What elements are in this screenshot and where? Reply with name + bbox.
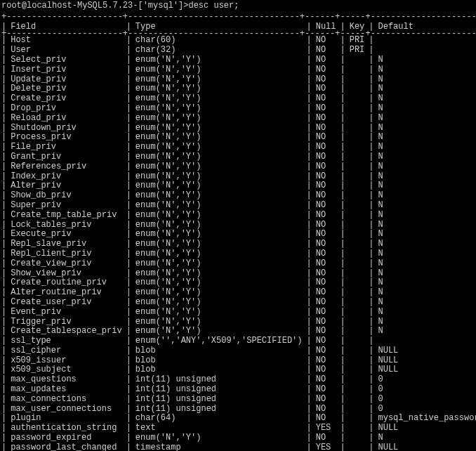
- table-row: |Show_view_priv|enum('N','Y')|NO||N||: [1, 269, 476, 279]
- cell-default: N: [374, 433, 476, 443]
- cell-default: N: [374, 318, 476, 327]
- cell-key: [345, 133, 369, 143]
- cell-key: [345, 249, 369, 259]
- cell-null: NO: [312, 249, 341, 259]
- cell-null: NO: [312, 318, 341, 327]
- cell-field: x509_issuer: [6, 356, 126, 366]
- cell-key: [345, 414, 369, 424]
- cell-type: int(11) unsigned: [131, 405, 307, 414]
- cell-null: NO: [312, 308, 341, 318]
- cell-null: NO: [312, 172, 341, 182]
- cell-type: blob: [131, 365, 307, 375]
- cell-type: enum('N','Y'): [131, 152, 307, 162]
- cell-key: [345, 327, 369, 336]
- cell-key: [345, 259, 369, 269]
- cell-field: x509_subject: [6, 365, 126, 375]
- desc-table: | Field | Type | Null | Key | Default | …: [1, 22, 476, 451]
- cell-type: enum('N','Y'): [131, 124, 307, 133]
- cell-key: [345, 211, 369, 221]
- cell-key: [345, 201, 369, 211]
- cell-null: NO: [312, 259, 341, 269]
- cell-default: NULL: [374, 365, 476, 375]
- cell-field: ssl_type: [6, 336, 126, 346]
- cell-type: enum('N','Y'): [131, 104, 307, 114]
- cell-default: N: [374, 162, 476, 172]
- table-row: |x509_issuer|blob|NO||NULL||: [1, 356, 476, 366]
- cell-key: [345, 288, 369, 298]
- cell-null: NO: [312, 375, 341, 385]
- cell-field: Update_priv: [6, 75, 126, 85]
- command-prompt[interactable]: root@localhost-MySQL5.7.23-['mysql']>des…: [1, 1, 475, 11]
- cell-field: File_priv: [6, 143, 126, 152]
- cell-type: enum('N','Y'): [131, 133, 307, 143]
- cell-field: plugin: [6, 414, 126, 424]
- cell-null: NO: [312, 46, 341, 55]
- cell-type: enum('N','Y'): [131, 230, 307, 240]
- cell-field: password_expired: [6, 433, 126, 443]
- cell-key: [345, 94, 369, 104]
- cell-default: 0: [374, 375, 476, 385]
- table-row: |Shutdown_priv|enum('N','Y')|NO||N||: [1, 124, 476, 133]
- cell-null: NO: [312, 336, 341, 346]
- cell-type: enum('N','Y'): [131, 211, 307, 221]
- table-row: |Select_priv|enum('N','Y')|NO||N||: [1, 55, 476, 65]
- cell-key: [345, 365, 369, 375]
- cell-null: NO: [312, 152, 341, 162]
- cell-field: Alter_routine_priv: [6, 288, 126, 298]
- table-row: |Create_routine_priv|enum('N','Y')|NO||N…: [1, 278, 476, 288]
- cell-field: Reload_priv: [6, 114, 126, 124]
- cell-default: N: [374, 133, 476, 143]
- table-row: |x509_subject|blob|NO||NULL||: [1, 365, 476, 375]
- cell-key: [345, 75, 369, 85]
- cell-key: [345, 356, 369, 366]
- table-row: |Grant_priv|enum('N','Y')|NO||N||: [1, 152, 476, 162]
- cell-type: blob: [131, 356, 307, 366]
- cell-field: Create_tmp_table_priv: [6, 211, 126, 221]
- table-row: |Create_tmp_table_priv|enum('N','Y')|NO|…: [1, 211, 476, 221]
- cell-type: enum('N','Y'): [131, 181, 307, 191]
- cell-null: NO: [312, 55, 341, 65]
- cell-default: N: [374, 288, 476, 298]
- cell-null: NO: [312, 230, 341, 240]
- cell-default: N: [374, 308, 476, 318]
- cell-key: [345, 114, 369, 124]
- cell-type: enum('N','Y'): [131, 298, 307, 308]
- cell-key: [345, 84, 369, 94]
- cell-key: [345, 424, 369, 433]
- cell-null: NO: [312, 65, 341, 75]
- cell-key: [345, 65, 369, 75]
- cell-null: NO: [312, 221, 341, 230]
- cell-field: max_connections: [6, 395, 126, 405]
- cell-null: NO: [312, 191, 341, 201]
- cell-field: Repl_slave_priv: [6, 240, 126, 249]
- cell-null: NO: [312, 104, 341, 114]
- cell-field: User: [6, 46, 126, 55]
- cell-key: [345, 405, 369, 414]
- cell-key: [345, 162, 369, 172]
- cell-key: PRI: [345, 46, 369, 55]
- cell-type: enum('N','Y'): [131, 308, 307, 318]
- cell-type: enum('N','Y'): [131, 327, 307, 336]
- cell-null: NO: [312, 162, 341, 172]
- cell-field: Drop_priv: [6, 104, 126, 114]
- cell-field: Show_view_priv: [6, 269, 126, 279]
- cell-null: NO: [312, 143, 341, 152]
- cell-default: N: [374, 172, 476, 182]
- cell-type: enum('N','Y'): [131, 191, 307, 201]
- cell-key: [345, 443, 369, 451]
- cell-field: References_priv: [6, 162, 126, 172]
- cell-default: N: [374, 152, 476, 162]
- cell-key: [345, 124, 369, 133]
- cell-null: NO: [312, 395, 341, 405]
- cell-null: NO: [312, 240, 341, 249]
- cell-default: N: [374, 84, 476, 94]
- table-row: |max_updates|int(11) unsigned|NO||0||: [1, 385, 476, 395]
- cell-default: N: [374, 75, 476, 85]
- cell-null: NO: [312, 298, 341, 308]
- table-row: |Create_priv|enum('N','Y')|NO||N||: [1, 94, 476, 104]
- border-top: +-----------------------+---------------…: [1, 13, 475, 22]
- cell-default: N: [374, 55, 476, 65]
- cell-field: Create_routine_priv: [6, 278, 126, 288]
- cell-key: [345, 346, 369, 356]
- table-row: |Trigger_priv|enum('N','Y')|NO||N||: [1, 318, 476, 327]
